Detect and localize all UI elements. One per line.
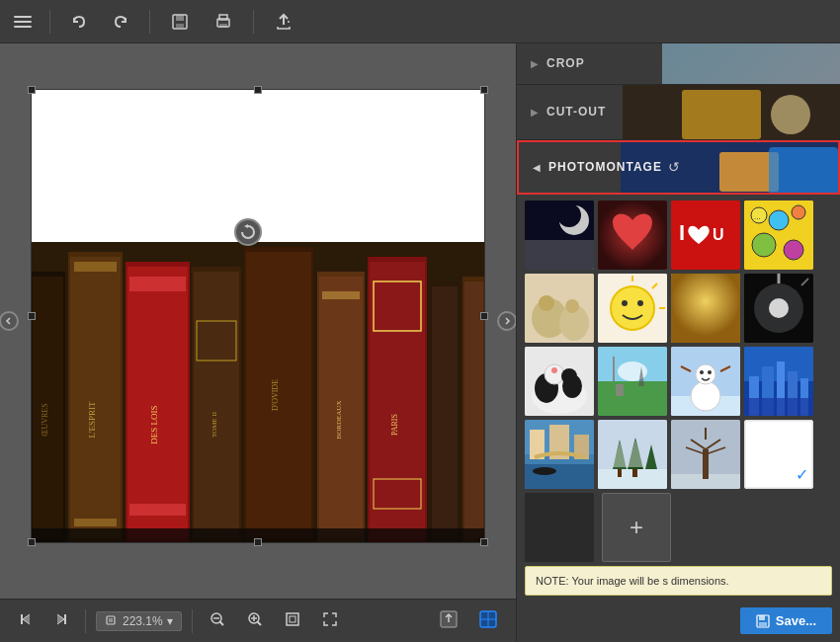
save-file-button[interactable]	[164, 8, 196, 36]
svg-point-94	[769, 298, 789, 318]
prev-page-button[interactable]	[12, 607, 40, 635]
save-button[interactable]: Save...	[740, 607, 832, 634]
fullscreen-button[interactable]	[315, 606, 345, 636]
redo-button[interactable]	[106, 9, 135, 35]
svg-rect-37	[432, 286, 458, 538]
thumbnail-venice[interactable]	[525, 420, 594, 489]
thumbnail-moon[interactable]	[525, 201, 594, 270]
svg-line-44	[219, 621, 223, 625]
svg-rect-123	[744, 398, 813, 416]
svg-rect-153	[759, 622, 767, 626]
svg-text:BORDEAUX: BORDEAUX	[335, 401, 343, 440]
svg-point-112	[691, 381, 720, 411]
svg-rect-2	[176, 24, 184, 28]
add-row: +	[517, 493, 840, 566]
canvas-books-image: ŒUVRES L'ESPRIT DES LOIS	[31, 242, 485, 543]
svg-rect-106	[613, 357, 615, 381]
svg-rect-4	[219, 15, 227, 20]
thumbnail-blank-selected[interactable]: ✓	[744, 420, 813, 489]
undo-button[interactable]	[64, 9, 94, 35]
svg-point-76	[784, 240, 803, 260]
svg-point-73	[769, 210, 789, 230]
svg-rect-105	[598, 381, 667, 416]
svg-rect-12	[74, 262, 117, 272]
photomontage-section-header[interactable]: ◀ PHOTOMONTAGE ↺	[517, 140, 840, 195]
thumbnail-heart-tree[interactable]	[598, 201, 667, 270]
zoom-out-button[interactable]	[203, 606, 232, 636]
thumbnail-landscape[interactable]	[598, 347, 667, 416]
handle-right-circle[interactable]	[497, 311, 516, 331]
thumbnail-golden[interactable]	[671, 274, 740, 343]
zoom-in-button[interactable]	[240, 606, 270, 636]
svg-rect-152	[759, 615, 765, 620]
print-button[interactable]	[208, 8, 239, 36]
thumbnail-dark-flash[interactable]	[744, 274, 813, 343]
grid-view-button[interactable]	[472, 605, 504, 637]
svg-text:PARIS: PARIS	[390, 414, 399, 436]
svg-point-82	[565, 299, 579, 313]
upload-button[interactable]	[433, 605, 464, 637]
svg-point-58	[771, 95, 810, 134]
svg-rect-150	[525, 493, 594, 562]
selected-checkmark: ✓	[796, 465, 808, 484]
handle-left-circle[interactable]	[0, 311, 19, 331]
svg-text:L'ESPRIT: L'ESPRIT	[87, 401, 97, 439]
thumbnail-cats[interactable]	[525, 274, 594, 343]
zoom-arrow: ▾	[167, 614, 173, 628]
canvas-container: ŒUVRES L'ESPRIT DES LOIS	[21, 79, 495, 563]
thumbnail-row-4: ✓	[517, 420, 840, 493]
thumbnail-row-1: I U ...	[517, 201, 840, 274]
toolbar-separator-2	[149, 10, 150, 34]
toolbar-separator-1	[49, 10, 50, 34]
svg-rect-40	[31, 528, 485, 543]
add-image-button[interactable]: +	[602, 493, 671, 562]
thumbnail-i-love[interactable]: I U	[671, 201, 740, 270]
canvas-area: ŒUVRES L'ESPRIT DES LOIS	[0, 43, 516, 642]
bottom-toolbar: 223.1% ▾	[0, 599, 516, 642]
svg-point-115	[708, 370, 712, 374]
svg-rect-1	[176, 15, 184, 21]
thumbnail-sun-face[interactable]	[598, 274, 667, 343]
photomontage-label: PHOTOMONTAGE	[548, 160, 662, 174]
svg-rect-21	[194, 272, 239, 538]
thumbnail-cartoon[interactable]: ...	[744, 201, 813, 270]
export-button[interactable]	[268, 8, 299, 36]
svg-rect-50	[287, 613, 298, 625]
svg-rect-129	[525, 464, 594, 489]
svg-point-74	[792, 205, 805, 219]
thumbnail-cow[interactable]	[525, 347, 594, 416]
tooltip-text: NOTE: Your image will be s dimensions.	[536, 575, 729, 587]
svg-point-102	[561, 368, 577, 384]
svg-rect-16	[127, 267, 188, 538]
svg-rect-32	[370, 262, 425, 538]
svg-rect-108	[616, 384, 624, 396]
photomontage-reset-icon[interactable]: ↺	[668, 159, 680, 175]
svg-text:TOME II: TOME II	[210, 411, 218, 438]
crop-arrow: ▶	[531, 58, 539, 69]
rotation-handle[interactable]	[234, 218, 262, 246]
thumbnail-snow-trees[interactable]	[598, 420, 667, 489]
svg-rect-42	[109, 618, 113, 622]
thumbnail-row-2	[517, 274, 840, 347]
next-page-button[interactable]	[47, 607, 75, 635]
svg-text:U: U	[713, 226, 724, 243]
tooltip-box: NOTE: Your image will be s dimensions.	[525, 566, 832, 596]
zoom-control[interactable]: 223.1% ▾	[96, 611, 182, 631]
fit-size-button[interactable]	[278, 606, 307, 636]
thumbnail-winter-tree[interactable]	[671, 420, 740, 489]
svg-point-75	[752, 233, 776, 257]
svg-point-81	[539, 295, 554, 311]
crop-section-header[interactable]: ▶ CROP	[517, 43, 840, 84]
thumbnail-snowman[interactable]	[671, 347, 740, 416]
cutout-section-header[interactable]: ▶ CUT-OUT	[517, 85, 840, 139]
bottom-sep-1	[85, 609, 86, 633]
thumbnail-dark-extra[interactable]	[525, 493, 594, 562]
svg-text:D'OVIDE: D'OVIDE	[271, 379, 280, 411]
svg-rect-65	[525, 240, 594, 270]
menu-icon[interactable]	[10, 12, 36, 32]
svg-text:...: ...	[754, 212, 761, 221]
svg-point-84	[611, 286, 654, 330]
svg-rect-5	[219, 24, 227, 28]
thumbnail-city[interactable]	[744, 347, 813, 416]
canvas-workspace[interactable]: ŒUVRES L'ESPRIT DES LOIS	[0, 43, 516, 599]
